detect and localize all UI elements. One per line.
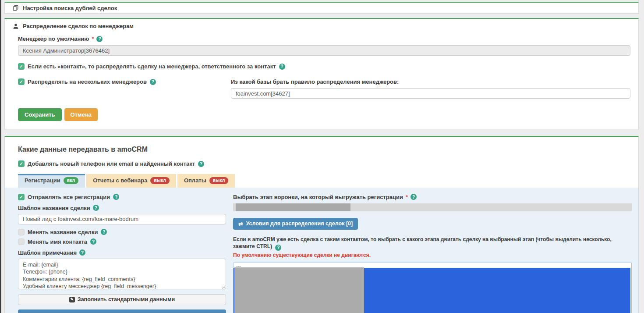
note-template-textarea[interactable]: E-mail: {email} Телефон: {phone} Коммент… xyxy=(18,259,226,289)
help-icon[interactable]: ? xyxy=(90,238,96,245)
help-icon[interactable]: ? xyxy=(93,205,99,211)
panel-amocrm-data: Какие данные передавать в amoCRM ✓ Добав… xyxy=(4,136,639,313)
panel-managers-header: Распределение сделок по менеджерам xyxy=(13,23,630,29)
help-icon[interactable]: ? xyxy=(113,194,119,200)
checkbox-contact-responsible[interactable]: ✓ xyxy=(18,63,25,70)
checkbox-row-change-contact-name: Менять имя контакта ? xyxy=(18,238,226,245)
default-manager-input[interactable] xyxy=(18,45,630,56)
shuffle-icon: ⇄ xyxy=(238,221,243,227)
redaction-overlay xyxy=(236,203,350,211)
base-rule-input[interactable] xyxy=(231,88,630,99)
panel-managers: Распределение сделок по менеджерам Менед… xyxy=(4,18,639,129)
checkbox-add-phone-email[interactable]: ✓ xyxy=(18,160,25,167)
checkbox-row-add-contact: ✓ Добавлять новый телефон или email в на… xyxy=(5,160,638,167)
status-badge-off: выкл xyxy=(209,177,228,184)
help-icon[interactable]: ? xyxy=(150,79,156,85)
move-deal-description: Если в amoCRM уже есть сделка с таким ко… xyxy=(233,236,632,251)
base-rule-label: Из какой базы брать правило распределени… xyxy=(231,78,630,85)
checkbox-send-all-registrations[interactable]: ✓ xyxy=(18,194,25,200)
person-icon xyxy=(13,23,19,29)
checkbox-row-multi-managers: ✓ Распределять на нескольких менеджеров … xyxy=(18,78,231,85)
help-icon[interactable]: ? xyxy=(410,194,417,200)
redaction-overlay xyxy=(234,267,364,313)
required-asterisk: * xyxy=(406,194,408,200)
note-template-label: Шаблон примечания ? xyxy=(18,249,226,256)
checkbox-row-change-deal-name: Менять название сделки ? xyxy=(18,229,226,235)
tab-registrations[interactable]: Регистрации вкл xyxy=(18,174,85,188)
screen-edge-strip xyxy=(0,0,1,313)
panel-duplicates-header: Настройка поиска дублей сделок xyxy=(13,5,117,11)
status-badge-off: выкл xyxy=(150,177,169,184)
checkbox-send-all-label: Отправлять все регистрации xyxy=(28,194,110,200)
left-column: ✓ Отправлять все регистрации ? Шаблон на… xyxy=(18,193,226,313)
copy-icon xyxy=(13,5,19,11)
panel-duplicates-settings[interactable]: Настройка поиска дублей сделок xyxy=(4,2,639,14)
funnel-stage-label: Выбрать этап воронки, на который выгружа… xyxy=(233,194,632,200)
help-icon[interactable]: ? xyxy=(275,245,281,251)
panel-duplicates-title: Настройка поиска дублей сделок xyxy=(23,5,117,11)
settings-page: Настройка поиска дублей сделок Распредел… xyxy=(4,2,639,313)
move-deal-warning: По умолчанию существующие сделки не двиг… xyxy=(233,252,632,258)
pencil-icon: ✎ xyxy=(69,297,75,302)
checkbox-multi-managers[interactable]: ✓ xyxy=(18,78,25,85)
checkbox-contact-responsible-label: Если есть «контакт», то распределять сде… xyxy=(28,63,276,70)
fill-standard-data-button[interactable]: ✎ Заполнить стандартными данными xyxy=(18,294,226,305)
checkbox-change-deal-name[interactable] xyxy=(18,229,25,235)
save-button[interactable]: Сохранить xyxy=(18,108,62,121)
tab-payments[interactable]: Оплаты выкл xyxy=(177,174,235,188)
cancel-button[interactable]: Отмена xyxy=(64,108,98,121)
help-icon[interactable]: ? xyxy=(101,229,107,235)
amocrm-data-title: Какие данные передавать в amoCRM xyxy=(5,146,638,153)
required-asterisk: * xyxy=(92,36,94,42)
deal-fields-settings-button[interactable]: ⚙ Настройка полей у сделки xyxy=(18,309,226,313)
distribution-conditions-button[interactable]: ⇄ Условия для распределения сделок [0] xyxy=(233,218,358,230)
help-icon[interactable]: ? xyxy=(198,161,204,167)
deal-name-template-label: Шаблон названия сделки ? xyxy=(18,205,226,211)
data-type-tabs: Регистрации вкл Отчеты с вебинара выкл О… xyxy=(5,174,638,188)
help-icon[interactable]: ? xyxy=(79,249,85,256)
checkbox-change-deal-name-label: Менять название сделки xyxy=(28,229,98,235)
checkbox-multi-managers-label: Распределять на нескольких менеджеров xyxy=(28,78,147,85)
stages-multiselect-listbox[interactable]: --- xyxy=(233,263,632,313)
panel-managers-title: Распределение сделок по менеджерам xyxy=(23,23,134,29)
checkbox-add-phone-email-label: Добавлять новый телефон или email в найд… xyxy=(28,160,195,167)
checkbox-row-send-all: ✓ Отправлять все регистрации ? xyxy=(18,194,226,200)
status-badge-on: вкл xyxy=(64,177,79,184)
checkbox-row-contact-responsible: ✓ Если есть «контакт», то распределять с… xyxy=(18,63,630,70)
checkbox-change-contact-name[interactable] xyxy=(18,238,25,245)
right-column: Выбрать этап воронки, на который выгружа… xyxy=(233,193,632,313)
deal-name-template-input[interactable] xyxy=(18,214,226,224)
checkbox-change-contact-name-label: Менять имя контакта xyxy=(28,238,87,245)
help-icon[interactable]: ? xyxy=(279,64,285,70)
funnel-stage-select[interactable] xyxy=(233,203,632,211)
tab-webinar-reports[interactable]: Отчеты с вебинара выкл xyxy=(86,174,176,188)
registrations-tab-content: ✓ Отправлять все регистрации ? Шаблон на… xyxy=(5,188,638,313)
default-manager-label: Менеджер по умолчанию * ? xyxy=(18,36,630,42)
help-icon[interactable]: ? xyxy=(96,36,103,42)
